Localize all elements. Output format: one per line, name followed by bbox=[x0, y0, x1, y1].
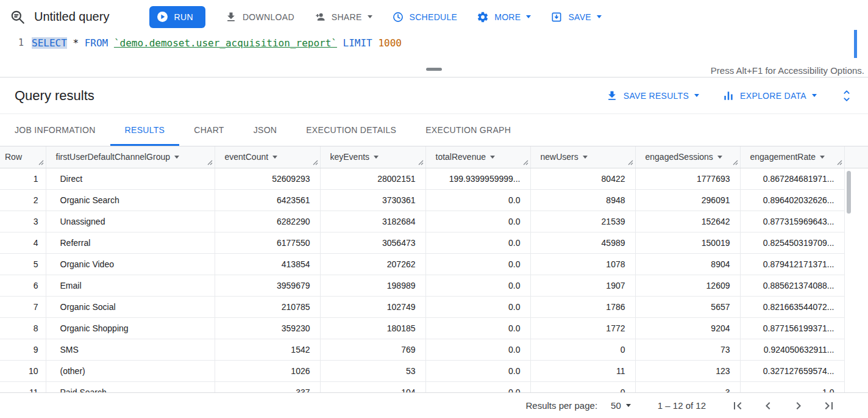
table-cell: 123 bbox=[635, 360, 740, 381]
tab-execution-details[interactable]: EXECUTION DETAILS bbox=[291, 114, 411, 146]
column-resize-icon[interactable] bbox=[313, 160, 318, 165]
table-cell: 1777693 bbox=[635, 168, 740, 189]
schedule-button[interactable]: SCHEDULE bbox=[392, 11, 458, 23]
table-cell: 5657 bbox=[635, 296, 740, 317]
row-number-cell: 6 bbox=[0, 275, 46, 296]
table-cell: 12609 bbox=[635, 275, 740, 296]
sql-code-line[interactable]: SELECT * FROM `demo.demoset.user_acquisi… bbox=[32, 34, 402, 64]
row-number-cell: 1 bbox=[0, 168, 46, 189]
share-button[interactable]: SHARE bbox=[314, 11, 372, 23]
table-cell: 1786 bbox=[530, 296, 635, 317]
table-cell: 11 bbox=[530, 360, 635, 381]
table-scrollbar[interactable] bbox=[847, 171, 851, 214]
column-menu-icon[interactable] bbox=[374, 156, 379, 159]
table-row: 4Referral617755030564730.0459891500190.8… bbox=[0, 232, 868, 253]
tab-job-information[interactable]: JOB INFORMATION bbox=[0, 114, 110, 146]
table-cell: 3959679 bbox=[215, 275, 320, 296]
bar-chart-icon bbox=[722, 90, 735, 102]
download-button[interactable]: DOWNLOAD bbox=[225, 11, 294, 23]
table-cell: 0.879412171371... bbox=[740, 253, 844, 275]
more-button[interactable]: MORE bbox=[477, 11, 531, 23]
sql-limit-value: 1000 bbox=[378, 37, 402, 49]
column-header-channel-group[interactable]: firstUserDefaultChannelGroup bbox=[46, 146, 215, 168]
table-cell: 0.0 bbox=[425, 253, 530, 275]
save-button[interactable]: SAVE bbox=[550, 11, 602, 23]
table-cell: 769 bbox=[320, 339, 425, 360]
column-menu-icon[interactable] bbox=[717, 156, 722, 159]
explore-data-button[interactable]: EXPLORE DATA bbox=[722, 90, 817, 102]
column-resize-icon[interactable] bbox=[837, 160, 842, 165]
run-button[interactable]: RUN bbox=[149, 6, 205, 28]
column-menu-icon[interactable] bbox=[820, 156, 825, 159]
table-cell: 9204 bbox=[635, 317, 740, 339]
chevron-down-icon bbox=[694, 94, 699, 97]
previous-page-button[interactable] bbox=[761, 398, 775, 413]
column-header-total-revenue[interactable]: totalRevenue bbox=[425, 146, 530, 168]
results-tbody: 1Direct5260929328002151199.9399959999...… bbox=[0, 168, 868, 392]
sql-editor[interactable]: 1 SELECT * FROM `demo.demoset.user_acqui… bbox=[0, 34, 868, 64]
column-menu-icon[interactable] bbox=[174, 156, 179, 159]
filler-cell bbox=[844, 360, 868, 381]
expand-results-button[interactable] bbox=[840, 89, 853, 103]
column-resize-icon[interactable] bbox=[38, 160, 44, 165]
table-cell: 8948 bbox=[530, 189, 635, 211]
sql-keyword-from: FROM bbox=[85, 37, 108, 49]
column-header-key-events[interactable]: keyEvents bbox=[320, 146, 425, 168]
table-row: 9SMS15427690.00730.924050632911... bbox=[0, 339, 868, 360]
editor-scrollbar[interactable] bbox=[854, 30, 857, 58]
query-title: Untitled query bbox=[34, 10, 109, 24]
table-cell: 0.0 bbox=[425, 317, 530, 339]
save-icon bbox=[550, 11, 563, 23]
table-row: 6Email39596791989890.01907126090.8856213… bbox=[0, 275, 868, 296]
column-header-new-users[interactable]: newUsers bbox=[530, 146, 635, 168]
table-cell: 198989 bbox=[320, 275, 425, 296]
results-tabbar: JOB INFORMATION RESULTS CHART JSON EXECU… bbox=[0, 114, 868, 146]
save-results-button[interactable]: SAVE RESULTS bbox=[606, 90, 699, 102]
bigquery-query-page: Untitled query RUN DOWNLOAD SHARE bbox=[0, 0, 868, 418]
tab-chart[interactable]: CHART bbox=[179, 114, 238, 146]
tab-results[interactable]: RESULTS bbox=[110, 114, 180, 146]
column-menu-icon[interactable] bbox=[490, 156, 495, 159]
table-cell: Organic Social bbox=[46, 296, 215, 317]
table-cell: 3182684 bbox=[320, 211, 425, 232]
column-resize-icon[interactable] bbox=[628, 160, 633, 165]
table-row: 7Organic Social2107851027490.0178656570.… bbox=[0, 296, 868, 317]
next-page-button[interactable] bbox=[791, 398, 806, 413]
column-menu-icon[interactable] bbox=[583, 156, 588, 159]
table-cell: Organic Shopping bbox=[46, 317, 215, 339]
table-cell: 102749 bbox=[320, 296, 425, 317]
column-header-row[interactable]: Row bbox=[0, 146, 46, 168]
tab-json[interactable]: JSON bbox=[239, 114, 292, 146]
clock-icon bbox=[392, 11, 404, 23]
panel-resize-handle[interactable] bbox=[426, 68, 442, 71]
table-cell: 73 bbox=[635, 339, 740, 360]
table-cell: 0.0 bbox=[425, 232, 530, 253]
table-cell: Organic Search bbox=[46, 189, 215, 211]
last-page-button[interactable] bbox=[822, 398, 836, 413]
chevron-down-icon bbox=[626, 404, 631, 407]
play-icon bbox=[157, 11, 168, 23]
table-cell: 1078 bbox=[530, 253, 635, 275]
table-cell: 6177550 bbox=[215, 232, 320, 253]
sql-table-ref-link[interactable]: `demo.demoset.user_acquisition_report` bbox=[114, 37, 337, 49]
column-resize-icon[interactable] bbox=[523, 160, 528, 165]
column-resize-icon[interactable] bbox=[733, 160, 738, 165]
column-label: engagedSessions bbox=[646, 152, 713, 162]
filler-cell bbox=[844, 381, 868, 392]
column-header-engaged-sessions[interactable]: engagedSessions bbox=[635, 146, 740, 168]
column-resize-icon[interactable] bbox=[418, 160, 424, 165]
filler-cell bbox=[844, 339, 868, 360]
column-header-engagement-rate[interactable]: engagementRate bbox=[740, 146, 844, 168]
first-page-button[interactable] bbox=[730, 398, 745, 413]
table-cell: 0.0 bbox=[425, 296, 530, 317]
column-menu-icon[interactable] bbox=[272, 156, 277, 159]
panel-divider: Press Alt+F1 for Accessibility Options. bbox=[0, 64, 868, 77]
column-header-event-count[interactable]: eventCount bbox=[215, 146, 320, 168]
table-cell: 0.327127659574... bbox=[740, 360, 844, 381]
tab-execution-graph[interactable]: EXECUTION GRAPH bbox=[411, 114, 525, 146]
column-resize-icon[interactable] bbox=[207, 160, 213, 165]
filler-cell bbox=[844, 232, 868, 253]
table-cell: 0.0 bbox=[425, 381, 530, 392]
column-label: newUsers bbox=[541, 152, 578, 162]
page-size-select[interactable]: 50 bbox=[611, 400, 631, 411]
